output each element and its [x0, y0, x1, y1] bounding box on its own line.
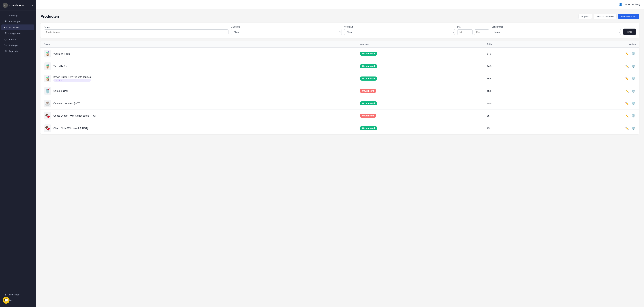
product-actions-cell: ✏️ 🗑️	[544, 60, 639, 72]
sorteer-select[interactable]: Naam	[492, 29, 621, 35]
product-image: ☕	[44, 100, 51, 107]
nav-icon-producten: 🏷	[4, 26, 7, 29]
product-stock-cell: Op voorraad	[356, 60, 484, 72]
product-actions-cell: ✏️ 🗑️	[544, 72, 639, 85]
filter-button[interactable]: Filter	[623, 28, 636, 35]
col-voorraad: Voorraad	[356, 41, 484, 48]
prijs-max-input[interactable]	[474, 30, 489, 35]
prijslijst-button[interactable]: Prijslijst	[578, 14, 592, 19]
header-actions: Prijslijst Beschikbaarheid Nieuw Product	[578, 14, 639, 19]
categorie-select[interactable]: Alles	[231, 29, 342, 35]
page-title: Producten	[40, 14, 59, 19]
chevron-down-icon: ▾	[32, 4, 33, 6]
product-name: Brown Sugar Dirty Tea with Tapioca	[54, 76, 91, 78]
categorie-label: Categorie	[231, 26, 342, 28]
table-row: 🧋 Brown Sugar Dirty Tea with Tapioca Uit…	[40, 72, 639, 85]
page-header: Producten Prijslijst Beschikbaarheid Nie…	[40, 14, 639, 19]
product-name-cell: 🧋 Taro Milk Tea	[40, 60, 356, 72]
nav-label-instellingen: Instellingen	[8, 294, 20, 296]
prijs-filter-group: Prijs	[457, 26, 489, 35]
user-name: Lucas Lambooij	[624, 3, 640, 6]
beschikbaarheid-button[interactable]: Beschikbaarheid	[594, 14, 616, 19]
table-row: 🧋 Vanilla Milk Tea Op voorraad €4.3 ✏️ 🗑…	[40, 48, 639, 60]
product-name-cell: ☕ Caramel machiatto [HOT]	[40, 97, 356, 110]
delete-button[interactable]: 🗑️	[631, 101, 636, 106]
edit-button[interactable]: ✏️	[624, 89, 630, 93]
product-stock-cell: Op voorraad	[356, 48, 484, 60]
product-price-cell: €5.5	[484, 72, 544, 85]
edit-button[interactable]: ✏️	[624, 101, 630, 106]
naam-filter-group: Naam	[44, 26, 228, 35]
nav-label-rapporten: Rapporten	[8, 50, 19, 52]
sidebar-brand[interactable]: O Onesix Test ▾	[0, 0, 36, 11]
categorie-filter-group: Categorie Alles	[231, 26, 342, 35]
product-name: Choco Dream (With Kinder Bueno) [HOT]	[54, 114, 97, 117]
sidebar-item-categorieen[interactable]: ☰ Categorieën	[1, 30, 34, 36]
product-stock-cell: Op voorraad	[356, 72, 484, 85]
table-row: 🍫 Choco Dream (With Kinder Bueno) [HOT] …	[40, 110, 639, 122]
nav-label-categorieen: Categorieën	[8, 32, 21, 35]
table-row: 🥤 Caramel Chai Uitverkocht €5.5 ✏️ 🗑️	[40, 85, 639, 97]
nieuw-product-button[interactable]: Nieuw Product	[618, 14, 639, 19]
product-actions-cell: ✏️ 🗑️	[544, 110, 639, 122]
product-stock-cell: Uitverkocht	[356, 110, 484, 122]
nav-icon-kortingen: %	[4, 44, 7, 46]
product-image: 🥤	[44, 87, 51, 95]
table-row: ☕ Caramel machiatto [HOT] Op voorraad €5…	[40, 97, 639, 110]
actions-cell: ✏️ 🗑️	[548, 64, 636, 68]
nav-label-kortingen: Kortingen	[8, 44, 18, 46]
sorteer-label: Sorteer met	[492, 26, 621, 28]
delete-button[interactable]: 🗑️	[631, 89, 636, 93]
product-actions-cell: ✏️ 🗑️	[544, 122, 639, 134]
products-table-wrap: Naam Voorraad Prijs Acties 🧋 Vanilla Mil…	[40, 41, 639, 134]
product-name: Vanilla Milk Tea	[54, 52, 70, 55]
sidebar-item-producten[interactable]: 🏷 Producten	[1, 24, 34, 30]
delete-button[interactable]: 🗑️	[631, 76, 636, 81]
sidebar-item-kortingen[interactable]: % Kortingen	[1, 42, 34, 48]
uitgelicht-badge: Uitgelicht	[54, 79, 91, 82]
product-name-wrap: Choco Nuts (With Nutella) [HOT]	[54, 127, 88, 130]
voorraad-filter-group: Voorraad Alles	[344, 26, 455, 35]
page-content: Producten Prijslijst Beschikbaarheid Nie…	[36, 9, 644, 307]
col-prijs: Prijs	[484, 41, 544, 48]
chat-button[interactable]: 💬	[3, 297, 10, 304]
product-name: Caramel machiatto [HOT]	[54, 102, 80, 105]
edit-button[interactable]: ✏️	[624, 64, 630, 68]
actions-cell: ✏️ 🗑️	[548, 89, 636, 93]
sidebar-item-instellingen[interactable]: ⚙ Instellingen	[1, 292, 34, 298]
delete-button[interactable]: 🗑️	[631, 126, 636, 130]
product-name-wrap: Vanilla Milk Tea	[54, 52, 70, 55]
product-image: 🍫	[44, 112, 51, 120]
sidebar: O Onesix Test ▾ □ Vandaag☰ Bestellingen🏷…	[0, 0, 36, 307]
product-name: Taro Milk Tea	[54, 65, 67, 68]
naam-input[interactable]	[44, 30, 228, 35]
topbar: 👤 Lucas Lambooij	[36, 0, 644, 9]
stock-badge: Op voorraad	[360, 126, 377, 130]
product-price-cell: €5.5	[484, 97, 544, 110]
naam-label: Naam	[44, 26, 228, 28]
delete-button[interactable]: 🗑️	[631, 52, 636, 56]
filter-row: Naam Categorie Alles Voorraad Alles P	[44, 26, 636, 35]
sidebar-item-bestellingen[interactable]: ☰ Bestellingen	[1, 18, 34, 24]
stock-badge: Op voorraad	[360, 101, 377, 106]
brand-name: Onesix Test	[10, 4, 24, 7]
sidebar-item-addons[interactable]: ◎ Addons	[1, 36, 34, 42]
edit-button[interactable]: ✏️	[624, 126, 630, 130]
delete-button[interactable]: 🗑️	[631, 64, 636, 68]
edit-button[interactable]: ✏️	[624, 76, 630, 81]
filter-bar: Naam Categorie Alles Voorraad Alles P	[40, 22, 639, 38]
edit-button[interactable]: ✏️	[624, 52, 630, 56]
delete-button[interactable]: 🗑️	[631, 114, 636, 118]
product-actions-cell: ✏️ 🗑️	[544, 85, 639, 97]
edit-button[interactable]: ✏️	[624, 114, 630, 118]
actions-cell: ✏️ 🗑️	[548, 52, 636, 56]
sidebar-item-rapporten[interactable]: ▤ Rapporten	[1, 48, 34, 54]
sorteer-filter-group: Sorteer met Naam	[492, 26, 621, 35]
product-name: Caramel Chai	[54, 90, 68, 92]
sidebar-item-vandaag[interactable]: □ Vandaag	[1, 12, 34, 18]
brand-avatar: O	[3, 3, 8, 8]
prijs-min-input[interactable]	[457, 30, 473, 35]
voorraad-select[interactable]: Alles	[344, 29, 455, 35]
main-content: 👤 Lucas Lambooij Producten Prijslijst Be…	[36, 0, 644, 307]
col-acties: Acties	[544, 41, 639, 48]
